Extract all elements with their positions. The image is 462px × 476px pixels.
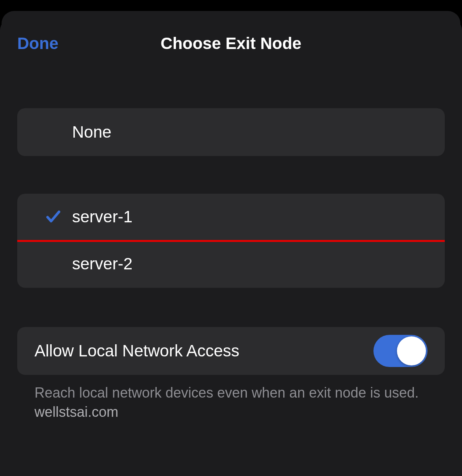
local-access-row: Allow Local Network Access xyxy=(17,327,445,375)
page-title: Choose Exit Node xyxy=(161,34,301,53)
local-access-footer: Reach local network devices even when an… xyxy=(17,375,445,421)
none-group: None xyxy=(17,108,445,156)
exit-node-server-2[interactable]: server-2 xyxy=(17,240,445,288)
server-label: server-2 xyxy=(72,254,132,273)
sheet-header: Done Choose Exit Node xyxy=(0,18,462,69)
footer-description: Reach local network devices even when an… xyxy=(34,385,419,401)
toggle-thumb xyxy=(397,336,426,365)
local-access-toggle[interactable] xyxy=(373,335,428,367)
exit-node-none[interactable]: None xyxy=(17,108,445,156)
checkmark-icon xyxy=(45,208,62,225)
highlight-box: server-1 xyxy=(17,194,445,242)
footer-watermark: wellstsai.com xyxy=(34,404,118,420)
servers-group: server-1 server-2 xyxy=(17,194,445,288)
done-button[interactable]: Done xyxy=(17,34,58,53)
none-label: None xyxy=(72,123,111,142)
local-access-group: Allow Local Network Access xyxy=(17,327,445,375)
check-slot xyxy=(34,208,72,225)
exit-node-server-1[interactable]: server-1 xyxy=(17,194,445,240)
local-access-label: Allow Local Network Access xyxy=(34,342,239,360)
server-label: server-1 xyxy=(72,207,132,226)
